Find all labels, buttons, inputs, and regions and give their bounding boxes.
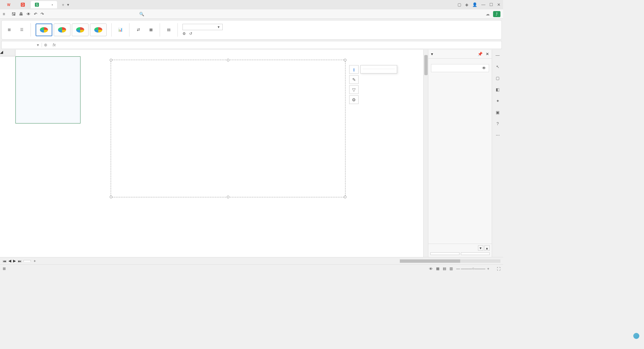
chart-side-buttons: ⫿ ✎ ▽ ⚙ <box>349 65 359 104</box>
save-icon[interactable]: 🖫 <box>12 12 16 16</box>
view-page-icon[interactable]: ▤ <box>443 266 446 271</box>
print-icon[interactable]: 🖶 <box>19 12 23 16</box>
add-element-button[interactable]: ⊞ <box>5 27 13 33</box>
object-list-item[interactable]: 👁 <box>431 64 489 72</box>
select-all-corner[interactable]: ◢ <box>0 50 15 56</box>
print-preview-icon[interactable]: 👁 <box>26 12 31 16</box>
object-tool-icon[interactable]: ▣ <box>496 110 499 115</box>
move-up-button[interactable]: ▴ <box>484 245 490 251</box>
panel-title: ▾ <box>431 52 433 56</box>
switch-icon: ⇄ <box>134 27 142 33</box>
change-type-button[interactable]: 📊 <box>116 27 124 33</box>
sheet-nav-prev[interactable]: ◀ <box>8 259 11 263</box>
side-toolbar: — ↖ ▢ ◧ ✦ ▣ ? ⋯ <box>492 50 503 257</box>
sheet-tab-bar: ⏮ ◀ ▶ ⏭ ＋ <box>0 257 503 264</box>
change-type-icon: 📊 <box>116 27 124 33</box>
win-user-icon[interactable]: 👤 <box>472 2 477 7</box>
set-format-button[interactable]: ⚙ <box>182 32 186 36</box>
ribbon: ⊞ ☰ 📊 ⇄ ▦ ▤ ▾ ⚙ ↺ <box>1 20 502 40</box>
menu-tabs: 🔍 <box>57 12 144 16</box>
popup-tab-elements[interactable] <box>363 67 365 69</box>
help-icon[interactable]: ? <box>496 121 499 126</box>
tab-menu-button[interactable]: ▾ <box>67 2 69 7</box>
quick-layout-button[interactable]: ☰ <box>18 27 26 33</box>
hide-all-button[interactable] <box>461 252 490 255</box>
close-button[interactable]: ✕ <box>497 2 500 7</box>
chart-elements-popup <box>360 65 397 73</box>
chart-style-button[interactable]: ✎ <box>349 75 359 84</box>
view-eye-icon[interactable]: 👁 <box>429 267 433 271</box>
pie-chart[interactable] <box>174 70 282 144</box>
sheet-tab[interactable] <box>23 260 31 262</box>
statusbar: ⊞ 👁 ▦ ▤ ▥ — ———○——— ＋ ⛶ <box>0 264 503 272</box>
sheet-nav-next[interactable]: ▶ <box>13 259 16 263</box>
wps-icon: W <box>7 3 11 7</box>
cloud-icon[interactable]: ☁ <box>486 12 490 16</box>
view-break-icon[interactable]: ▥ <box>449 266 453 271</box>
show-all-button[interactable] <box>430 252 460 255</box>
app-tab-template[interactable]: D <box>17 1 30 8</box>
move-down-button[interactable]: ▾ <box>478 245 483 251</box>
win-compact-icon[interactable]: ▢ <box>458 2 461 7</box>
chart-object[interactable]: ⫿ ✎ ▽ ⚙ <box>111 60 345 197</box>
chart-preset-1[interactable] <box>36 23 52 36</box>
win-cube-icon[interactable]: ◈ <box>465 2 468 7</box>
share-button[interactable]: ⤴ <box>493 11 500 17</box>
zoom-slider[interactable]: — ———○——— ＋ <box>456 266 490 271</box>
status-mode-icon: ⊞ <box>3 266 6 271</box>
popup-tab-layout[interactable] <box>365 67 368 69</box>
chart-filter-button[interactable]: ▽ <box>349 85 359 94</box>
panel-section-label <box>428 59 492 63</box>
new-tab-button[interactable]: ＋ <box>61 2 65 8</box>
sheet-icon: S <box>35 3 39 7</box>
close-panel-icon[interactable]: ✕ <box>486 52 489 56</box>
app-tab-wps[interactable]: W <box>3 1 16 8</box>
move-chart-icon: ▤ <box>165 27 173 33</box>
select-tool-icon[interactable]: ↖ <box>496 64 499 69</box>
style-tool-icon[interactable]: ◧ <box>496 87 499 92</box>
redo-icon[interactable]: ↷ <box>41 12 44 16</box>
undo-icon[interactable]: ↶ <box>34 12 37 16</box>
minimize-button[interactable]: — <box>481 2 485 7</box>
select-data-button[interactable]: ▦ <box>147 27 155 33</box>
search-icon[interactable]: 🔍 <box>139 12 144 16</box>
pin-icon[interactable]: 📌 <box>478 52 483 56</box>
chart-settings-button[interactable]: ⚙ <box>349 95 359 104</box>
name-box[interactable]: ▾ <box>2 43 42 47</box>
add-element-icon: ⊞ <box>5 27 13 33</box>
select-data-icon: ▦ <box>147 27 155 33</box>
data-selection <box>15 56 80 123</box>
horizontal-scrollbar[interactable] <box>400 259 500 263</box>
chart-area-select[interactable]: ▾ <box>182 24 223 30</box>
view-normal-icon[interactable]: ▦ <box>436 266 439 271</box>
fullscreen-icon[interactable]: ⛶ <box>497 267 500 271</box>
maximize-button[interactable]: ☐ <box>489 2 493 7</box>
chart-preset-2[interactable] <box>54 23 70 36</box>
visibility-icon[interactable]: 👁 <box>482 66 486 70</box>
add-sheet-button[interactable]: ＋ <box>33 258 37 263</box>
collapse-panel-icon[interactable]: — <box>496 53 500 58</box>
spreadsheet-area[interactable]: ◢ ⫿ ✎ ▽ <box>0 50 428 257</box>
formula-bar: ▾ ⊕ fx <box>1 41 502 49</box>
template-icon: D <box>21 3 25 7</box>
quick-layout-icon: ☰ <box>18 27 26 33</box>
chevron-down-icon: ▾ <box>218 25 220 29</box>
move-chart-button[interactable]: ▤ <box>165 27 173 33</box>
switch-rowcol-button[interactable]: ⇄ <box>134 27 142 33</box>
reset-style-button[interactable]: ↺ <box>189 32 192 36</box>
menubar: ≡ 🖫 🖶 👁 ↶ ↷ 🔍 ☁ ⤴ <box>0 9 503 19</box>
selection-pane: ▾ 📌 ✕ 👁 ▾ ▴ <box>428 50 492 257</box>
sheet-nav-last[interactable]: ⏭ <box>18 259 21 263</box>
effects-tool-icon[interactable]: ✦ <box>496 99 499 103</box>
more-icon[interactable]: ⋯ <box>496 133 500 138</box>
chart-elements-button[interactable]: ⫿ <box>349 65 359 74</box>
chart-preset-3[interactable] <box>72 23 89 36</box>
zoom-formula-icon[interactable]: ⊕ <box>42 43 49 47</box>
chart-preset-4[interactable] <box>90 23 107 36</box>
vertical-scrollbar[interactable] <box>423 50 428 257</box>
sheet-nav-first[interactable]: ⏮ <box>3 259 6 263</box>
app-tab-workbook[interactable]: S • <box>31 1 57 8</box>
menu-icon[interactable]: ≡ <box>3 12 5 16</box>
layout-tool-icon[interactable]: ▢ <box>496 76 499 81</box>
titlebar: W D S • ＋ ▾ ▢ ◈ 👤 — ☐ ✕ <box>0 0 503 9</box>
